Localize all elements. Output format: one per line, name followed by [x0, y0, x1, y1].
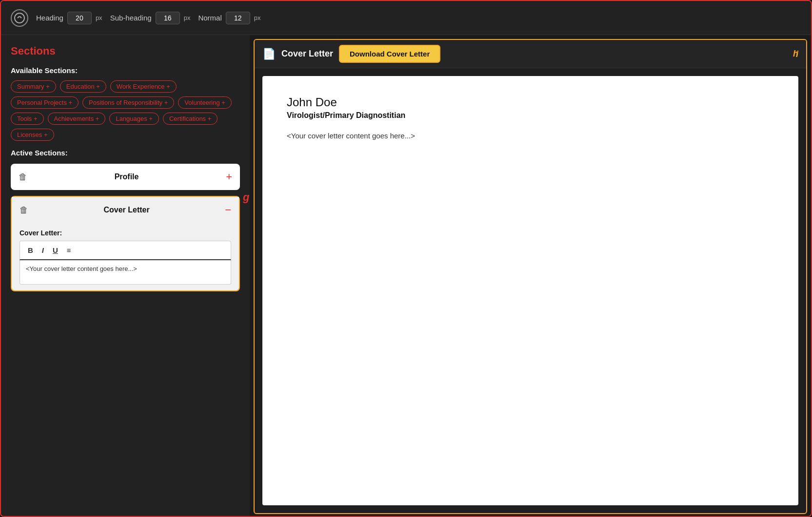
- document-icon: 📄: [262, 48, 276, 60]
- heading-px: px: [96, 14, 102, 21]
- available-sections-label: Available Sections:: [11, 66, 240, 75]
- tag-licenses[interactable]: Licenses +: [11, 129, 54, 141]
- tag-work-experience[interactable]: Work Experience +: [110, 80, 177, 93]
- tag-achievements[interactable]: Achievements +: [48, 113, 106, 125]
- heading-label: Heading: [36, 14, 63, 22]
- toolbar: Heading px Sub-heading px Normal px: [1, 1, 811, 35]
- g-badge: g: [243, 191, 249, 204]
- heading-group: Heading px: [36, 12, 102, 24]
- right-panel-title: Cover Letter: [281, 49, 333, 59]
- subheading-px: px: [184, 14, 191, 21]
- profile-trash-icon[interactable]: 🗑: [19, 172, 27, 182]
- tag-positions[interactable]: Positions of Responsibility +: [82, 96, 174, 109]
- tag-certifications[interactable]: Certifications +: [163, 113, 218, 125]
- main-layout: Sections Available Sections: Summary + E…: [1, 35, 811, 517]
- tag-education[interactable]: Education +: [60, 80, 106, 93]
- cover-letter-trash-icon[interactable]: 🗑: [20, 205, 28, 215]
- i-badge: i: [796, 49, 798, 59]
- cover-letter-section-card: 🗑 Cover Letter − Cover Letter: B I U ≡ <…: [11, 196, 240, 291]
- tag-summary[interactable]: Summary +: [11, 80, 56, 93]
- heading-input[interactable]: [67, 12, 92, 24]
- document-name: John Doe: [287, 96, 774, 109]
- list-button[interactable]: ≡: [65, 245, 73, 255]
- italic-button[interactable]: I: [40, 245, 46, 255]
- cover-letter-remove-icon[interactable]: −: [225, 204, 231, 216]
- cover-letter-text-content[interactable]: <Your cover letter content goes here...>: [20, 260, 231, 285]
- tag-tools[interactable]: Tools +: [11, 113, 44, 125]
- profile-add-icon[interactable]: +: [226, 171, 232, 183]
- right-panel-header: 📄 Cover Letter Download Cover Letter h i: [255, 40, 806, 68]
- bold-button[interactable]: B: [26, 245, 35, 255]
- svg-point-0: [15, 13, 24, 23]
- document-content: <Your cover letter content goes here...>: [287, 132, 774, 140]
- subheading-input[interactable]: [156, 12, 180, 24]
- normal-input[interactable]: [226, 12, 250, 24]
- underline-button[interactable]: U: [51, 245, 60, 255]
- cover-letter-body: Cover Letter: B I U ≡ <Your cover letter…: [12, 223, 239, 290]
- app-logo[interactable]: [11, 9, 28, 27]
- cover-letter-card-title: Cover Letter: [28, 206, 225, 214]
- cover-letter-card-header: 🗑 Cover Letter −: [12, 197, 239, 223]
- cover-letter-field-label: Cover Letter:: [20, 229, 231, 237]
- active-sections-label: Active Sections:: [11, 149, 240, 157]
- available-tags: Summary + Education + Work Experience + …: [11, 80, 240, 141]
- document-preview: John Doe Virologist/Primary Diagnostitia…: [262, 76, 798, 505]
- download-cover-letter-button[interactable]: Download Cover Letter: [339, 45, 440, 63]
- subheading-group: Sub-heading px: [110, 12, 191, 24]
- document-job-title: Virologist/Primary Diagnostitian: [287, 111, 774, 120]
- normal-group: Normal px: [198, 12, 260, 24]
- panel-title: Sections: [11, 45, 240, 57]
- normal-label: Normal: [198, 14, 221, 22]
- tag-languages[interactable]: Languages +: [109, 113, 159, 125]
- tag-personal-projects[interactable]: Personal Projects +: [11, 96, 79, 109]
- profile-section-card: 🗑 Profile +: [11, 164, 240, 190]
- profile-card-header: 🗑 Profile +: [11, 164, 240, 190]
- tag-volunteering[interactable]: Volunteering +: [178, 96, 231, 109]
- left-panel: Sections Available Sections: Summary + E…: [1, 35, 250, 517]
- rich-text-toolbar: B I U ≡: [20, 241, 231, 260]
- subheading-label: Sub-heading: [110, 14, 152, 22]
- profile-card-title: Profile: [27, 172, 226, 181]
- right-panel: 📄 Cover Letter Download Cover Letter h i…: [254, 39, 807, 514]
- normal-px: px: [254, 14, 261, 21]
